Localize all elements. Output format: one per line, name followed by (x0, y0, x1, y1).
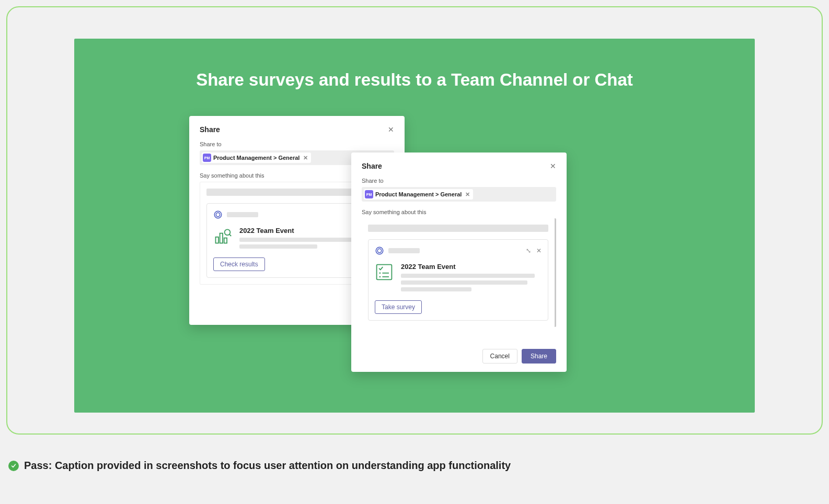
svg-rect-3 (220, 233, 223, 243)
dialogs-container: Share ✕ Share to PM Product Management >… (95, 116, 734, 388)
dialog-title: Share (200, 125, 220, 134)
close-icon[interactable]: ✕ (388, 125, 394, 134)
channel-chip-label: Product Management > General (213, 155, 300, 161)
channel-chip[interactable]: PM Product Management > General ✕ (364, 189, 473, 200)
results-chart-icon (213, 227, 232, 245)
pass-check-icon (8, 461, 19, 471)
svg-rect-2 (216, 237, 218, 243)
chip-remove-icon[interactable]: ✕ (465, 191, 470, 198)
check-results-button[interactable]: Check results (213, 257, 265, 271)
app-logo-icon (213, 210, 223, 219)
card-close-icon[interactable]: ✕ (536, 247, 542, 254)
validation-caption: Pass: Caption provided in screenshots to… (6, 460, 823, 472)
screenshot-panel: Share surveys and results to a Team Chan… (74, 39, 755, 413)
share-to-input[interactable]: PM Product Management > General ✕ (362, 187, 556, 202)
app-name-placeholder (227, 212, 258, 217)
svg-point-12 (379, 276, 381, 278)
channel-avatar-icon: PM (203, 154, 211, 162)
svg-rect-9 (377, 265, 392, 280)
app-name-placeholder (388, 248, 420, 253)
svg-line-6 (229, 234, 232, 236)
svg-point-7 (376, 247, 383, 254)
app-logo-icon (375, 246, 384, 255)
message-area[interactable]: ⤡ ✕ (362, 218, 556, 327)
share-button[interactable]: Share (522, 349, 556, 364)
channel-chip[interactable]: PM Product Management > General ✕ (202, 153, 311, 163)
chip-remove-icon[interactable]: ✕ (303, 155, 308, 161)
cancel-button[interactable]: Cancel (482, 349, 517, 364)
collapse-icon[interactable]: ⤡ (526, 247, 531, 254)
say-something-label: Say something about this (362, 209, 556, 215)
channel-chip-label: Product Management > General (375, 191, 462, 197)
channel-avatar-icon: PM (365, 190, 373, 198)
share-to-label: Share to (200, 141, 394, 147)
message-placeholder (368, 225, 548, 232)
dialog-title: Share (362, 162, 382, 170)
share-dialog-front: Share ✕ Share to PM Product Management >… (351, 153, 567, 372)
svg-point-8 (377, 249, 382, 253)
svg-point-0 (214, 211, 222, 218)
survey-list-icon (375, 263, 394, 282)
svg-point-10 (379, 272, 381, 274)
example-frame: Share surveys and results to a Team Chan… (6, 6, 823, 435)
survey-card: ⤡ ✕ (368, 239, 548, 321)
screenshot-headline: Share surveys and results to a Team Chan… (95, 70, 734, 90)
take-survey-button[interactable]: Take survey (375, 300, 422, 314)
svg-rect-4 (224, 238, 227, 243)
card-title: 2022 Team Event (401, 263, 542, 271)
svg-point-1 (216, 213, 220, 217)
share-to-label: Share to (362, 178, 556, 184)
caption-text: Pass: Caption provided in screenshots to… (24, 460, 511, 472)
close-icon[interactable]: ✕ (550, 162, 556, 170)
